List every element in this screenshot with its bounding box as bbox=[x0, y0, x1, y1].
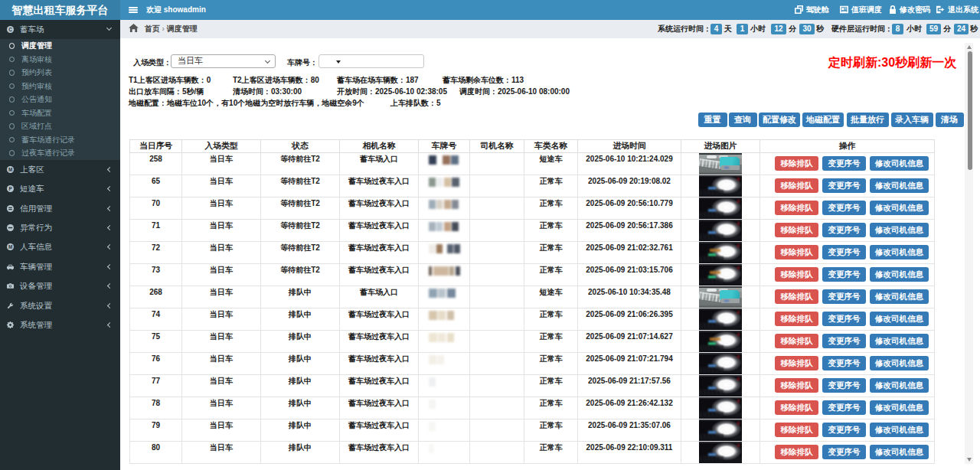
svg-text:M: M bbox=[8, 167, 12, 172]
svg-text:P: P bbox=[8, 186, 11, 191]
svg-text:C: C bbox=[8, 27, 12, 32]
svg-text:M: M bbox=[8, 244, 12, 250]
